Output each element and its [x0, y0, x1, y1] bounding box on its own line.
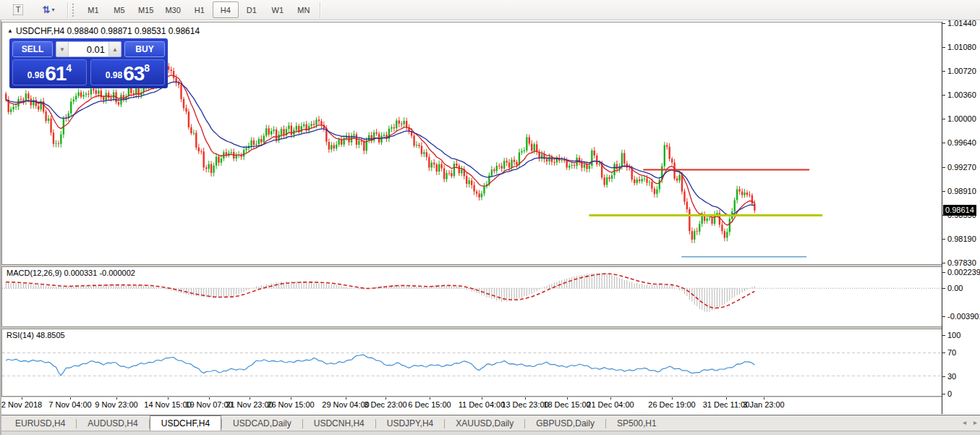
date-tick — [70, 397, 71, 400]
volume-input[interactable] — [69, 42, 108, 56]
text-tool-icon: T — [13, 4, 24, 15]
date-tick — [346, 397, 346, 400]
date-tick — [482, 397, 482, 400]
chart-tab-AUDUSD-H4[interactable]: AUDUSD,H4 — [77, 416, 148, 431]
chart-workspace: ▲USDCHF,H4 0.98840 0.98871 0.98531 0.986… — [0, 20, 980, 435]
timeframe-button-H1[interactable]: H1 — [187, 1, 213, 18]
macd-indicator-panel[interactable]: MACD(12,26,9) 0.000331 -0.000002 — [1, 266, 942, 327]
axis-tick-label: 1.00360 — [942, 90, 976, 100]
date-tick-label: 3 Jan 23:00 — [743, 400, 785, 409]
date-tick-label: 3 Dec 23:00 — [364, 400, 406, 409]
ma-slow-line — [6, 82, 754, 215]
buy-price-box[interactable]: 0.98 63 8 — [90, 59, 165, 85]
sell-price-prefix: 0.98 — [27, 70, 44, 80]
tab-scroll-left-icon[interactable]: ◂ — [963, 418, 966, 426]
date-tick — [764, 397, 764, 400]
rsi-indicator-panel[interactable]: RSI(14) 48.8505 — [1, 329, 942, 397]
rsi-chart[interactable] — [2, 329, 942, 396]
axis-tick-label: 1.00000 — [942, 114, 976, 124]
date-tick-label: 11 Dec 04:00 — [459, 400, 506, 409]
chart-tab-USDJPY-H4[interactable]: USDJPY,H4 — [376, 416, 444, 431]
date-tick — [567, 397, 568, 400]
top-toolbar: T ⇅ ▾ M1M5M15M30H1H4D1W1MN — [0, 0, 980, 20]
one-click-trading-panel: SELL ▼ ▲ BUY 0.98 61 4 0.98 63 8 — [9, 38, 168, 88]
text-tool-button[interactable]: T — [4, 1, 33, 19]
chart-tab-USDCHF-H4[interactable]: USDCHF,H4 — [150, 415, 221, 432]
chart-tab-SP500-H1[interactable]: SP500,H1 — [606, 416, 668, 431]
chart-title: ▲USDCHF,H4 0.98840 0.98871 0.98531 0.986… — [7, 26, 200, 36]
chart-tab-USDCNH-H4[interactable]: USDCNH,H4 — [303, 416, 375, 431]
axis-tick-label: 30 — [942, 371, 956, 381]
toolbar-divider-end — [320, 2, 320, 18]
date-tick — [291, 397, 291, 400]
timeframe-button-M15[interactable]: M15 — [132, 1, 159, 18]
tab-bar-strip — [1, 431, 980, 435]
timeframe-button-M5[interactable]: M5 — [106, 1, 132, 18]
buy-button[interactable]: BUY — [124, 41, 165, 57]
date-tick-label: 29 Nov 04:00 — [322, 400, 369, 409]
chart-tab-EURUSD-H4[interactable]: EURUSD,H4 — [4, 416, 76, 431]
axis-tick-label: 1.01080 — [942, 42, 976, 52]
date-tick-label: 18 Dec 15:00 — [543, 400, 590, 409]
date-tick — [525, 397, 526, 400]
axis-tick-label: 0.98190 — [942, 234, 976, 244]
macd-label: MACD(12,26,9) 0.000331 -0.000002 — [7, 269, 135, 277]
toolbar-grip[interactable] — [72, 4, 76, 17]
chart-tab-bar: EURUSD,H4AUDUSD,H4USDCHF,H4USDCAD,DailyU… — [1, 415, 980, 435]
axis-tick-label: 1.01440 — [942, 18, 976, 28]
timeframe-button-M30[interactable]: M30 — [159, 1, 186, 18]
axis-tick-label: 100 — [942, 330, 960, 340]
rsi-line — [6, 355, 754, 376]
timeframe-button-W1[interactable]: W1 — [265, 1, 291, 18]
timeframe-button-M1[interactable]: M1 — [80, 1, 106, 18]
date-tick — [726, 397, 727, 400]
chart-title-text: USDCHF,H4 0.98840 0.98871 0.98531 0.9861… — [16, 26, 200, 36]
tab-scroll-buttons: ◂ ▸ — [963, 418, 977, 426]
chart-tab-GBPUSD-Daily[interactable]: GBPUSD,Daily — [525, 416, 605, 431]
chart-tab-USDCAD-Daily[interactable]: USDCAD,Daily — [222, 416, 302, 431]
date-tick-label: 7 Nov 04:00 — [48, 400, 91, 409]
date-axis: 2 Nov 20187 Nov 04:009 Nov 23:0014 Nov 1… — [1, 397, 942, 414]
sort-arrows-icon: ⇅ — [43, 4, 51, 15]
date-tick-label: 6 Dec 15:00 — [408, 400, 451, 409]
tab-scroll-right-icon[interactable]: ▸ — [973, 418, 977, 426]
axis-tick-label: 70 — [942, 347, 956, 358]
date-tick — [22, 397, 22, 400]
macd-signal-line — [6, 274, 754, 308]
macd-chart[interactable] — [2, 267, 942, 326]
date-tick — [209, 397, 210, 400]
volume-increase-icon[interactable]: ▲ — [108, 42, 121, 56]
sell-button[interactable]: SELL — [12, 41, 53, 57]
date-tick — [430, 397, 430, 400]
axis-tick-label: 0 — [942, 389, 952, 399]
buy-price-prefix: 0.98 — [106, 70, 122, 80]
date-tick — [250, 397, 250, 400]
sort-arrows-button[interactable]: ⇅ ▾ — [34, 1, 63, 19]
date-tick-label: 21 Dec 04:00 — [587, 400, 634, 409]
ma-fast-line — [6, 75, 754, 225]
date-tick-label: 14 Nov 15:00 — [144, 400, 191, 409]
axis-tick-label: 0.002239 — [942, 267, 980, 277]
date-tick-label: 9 Nov 23:00 — [95, 400, 137, 409]
timeframe-button-H4[interactable]: H4 — [213, 1, 239, 18]
axis-tick-label: 0.99270 — [942, 162, 976, 172]
timeframe-button-MN[interactable]: MN — [291, 1, 317, 18]
chevron-down-icon[interactable]: ▾ — [51, 7, 54, 13]
toolbar-divider — [67, 2, 68, 18]
date-tick — [610, 397, 611, 400]
date-tick — [116, 397, 117, 400]
sell-price-sup: 4 — [66, 62, 72, 74]
axis-tick-label: 0.00 — [942, 283, 963, 293]
timeframe-button-D1[interactable]: D1 — [239, 1, 265, 18]
panel-collapse-icon[interactable]: ▲ — [7, 28, 13, 34]
price-scale: 0.98614 1.014401.010801.007201.003601.00… — [942, 22, 980, 414]
date-tick-label: 26 Dec 19:00 — [648, 400, 695, 409]
date-tick — [672, 397, 673, 400]
date-tick — [385, 397, 386, 400]
date-tick-label: 13 Dec 23:00 — [501, 400, 548, 409]
volume-decrease-icon[interactable]: ▼ — [56, 42, 69, 56]
price-chart-panel[interactable]: ▲USDCHF,H4 0.98840 0.98871 0.98531 0.986… — [1, 22, 942, 265]
chart-tab-XAUUSD-Daily[interactable]: XAUUSD,Daily — [445, 416, 524, 431]
sell-price-box[interactable]: 0.98 61 4 — [12, 59, 87, 85]
axis-tick-label: 0.99640 — [942, 138, 976, 148]
